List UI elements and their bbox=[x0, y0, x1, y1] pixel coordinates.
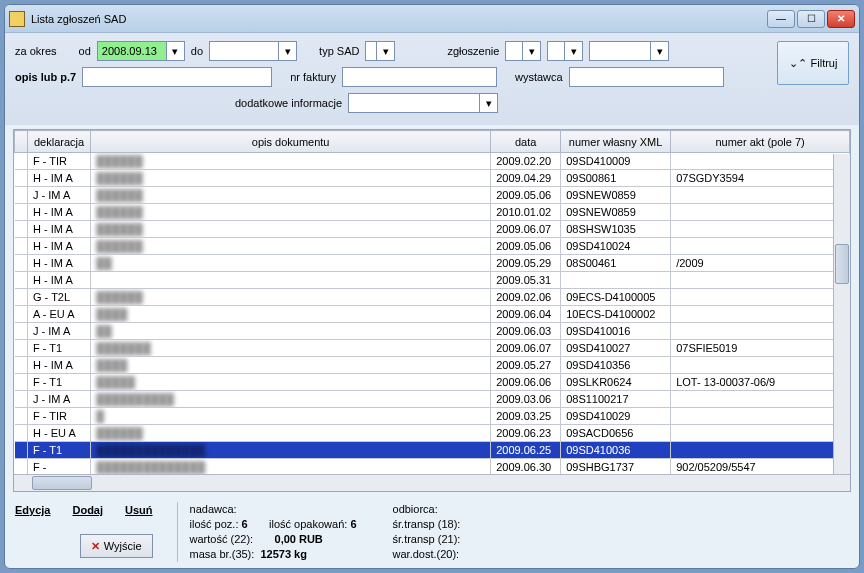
nadawca-label: nadawca: bbox=[190, 502, 237, 517]
cell-numer-akt bbox=[671, 238, 850, 255]
table-row[interactable]: H - IM A██████2009.06.0708SHSW1035 bbox=[15, 221, 850, 238]
filtruj-button[interactable]: ⌄⌃ Filtruj bbox=[777, 41, 849, 85]
col-deklaracja[interactable]: deklaracja bbox=[28, 131, 91, 153]
table-row[interactable]: J - IM A██2009.06.0309SD410016 bbox=[15, 323, 850, 340]
vertical-scrollbar[interactable] bbox=[833, 154, 850, 474]
table-row[interactable]: G - T2L██████2009.02.0609ECS-D4100005 bbox=[15, 289, 850, 306]
cell-numer-akt bbox=[671, 323, 850, 340]
do-dropdown-icon[interactable]: ▾ bbox=[278, 42, 296, 60]
table-row[interactable]: F - T1█████2009.06.0609SLKR0624LOT- 13-0… bbox=[15, 374, 850, 391]
cell-deklaracja: F - T1 bbox=[28, 340, 91, 357]
opis-label: opis lub p.7 bbox=[15, 71, 76, 83]
cell-numer-akt bbox=[671, 408, 850, 425]
table-row[interactable]: F -██████████████2009.06.3009SHBG1737902… bbox=[15, 459, 850, 475]
edycja-link[interactable]: Edycja bbox=[15, 504, 50, 516]
cell-deklaracja: F - bbox=[28, 459, 91, 475]
exit-x-icon: ✕ bbox=[91, 540, 100, 553]
cell-opis: ████ bbox=[91, 306, 491, 323]
cell-opis: ██████ bbox=[91, 153, 491, 170]
dodatkowe-dropdown-icon[interactable]: ▾ bbox=[479, 94, 497, 112]
table-row[interactable]: A - EU A████2009.06.0410ECS-D4100002 bbox=[15, 306, 850, 323]
table-row[interactable]: J - IM A██████████2009.03.0608S1100217 bbox=[15, 391, 850, 408]
hscroll-thumb[interactable] bbox=[32, 476, 92, 490]
zgl3-dropdown-icon[interactable]: ▾ bbox=[650, 42, 668, 60]
ilosc-opak-label: ilość opakowań: bbox=[269, 517, 347, 532]
horizontal-scrollbar[interactable] bbox=[14, 474, 850, 491]
cell-numer-akt: /2009 bbox=[671, 255, 850, 272]
table-row[interactable]: H - IM A██████2010.01.0209SNEW0859 bbox=[15, 204, 850, 221]
table-row[interactable]: H - EU A██████2009.06.2309SACD0656 bbox=[15, 425, 850, 442]
cell-numer-xml: 08S1100217 bbox=[561, 391, 671, 408]
cell-data: 2009.05.06 bbox=[491, 187, 561, 204]
masa-value: 12573 kg bbox=[260, 548, 306, 560]
col-data[interactable]: data bbox=[491, 131, 561, 153]
table-row[interactable]: F - T1██████████████2009.06.2509SD410036 bbox=[15, 442, 850, 459]
cell-deklaracja: F - TIR bbox=[28, 408, 91, 425]
cell-numer-xml bbox=[561, 272, 671, 289]
cell-data: 2009.06.03 bbox=[491, 323, 561, 340]
wyjscie-button[interactable]: ✕Wyjście bbox=[80, 534, 153, 558]
cell-opis: ██████████████ bbox=[91, 459, 491, 475]
cell-data: 2009.05.29 bbox=[491, 255, 561, 272]
zgloszenie-select-2[interactable] bbox=[548, 42, 564, 60]
zgloszenie-label: zgłoszenie bbox=[447, 45, 499, 57]
table-row[interactable]: H - IM A██████2009.04.2909S0086107SGDY35… bbox=[15, 170, 850, 187]
cell-numer-akt bbox=[671, 289, 850, 306]
table-row[interactable]: H - IM A████2009.05.2709SD410356 bbox=[15, 357, 850, 374]
usun-link[interactable]: Usuń bbox=[125, 504, 153, 516]
typ-sad-dropdown-icon[interactable]: ▾ bbox=[376, 42, 394, 60]
do-date-input[interactable] bbox=[210, 42, 278, 60]
table-row[interactable]: F - T1███████2009.06.0709SD41002707SFIE5… bbox=[15, 340, 850, 357]
table-row[interactable]: H - IM A██2009.05.2908S00461/2009 bbox=[15, 255, 850, 272]
dodaj-link[interactable]: Dodaj bbox=[72, 504, 103, 516]
ilosc-opak-value: 6 bbox=[350, 518, 356, 530]
col-numer-akt[interactable]: numer akt (pole 7) bbox=[671, 131, 850, 153]
zgl1-dropdown-icon[interactable]: ▾ bbox=[522, 42, 540, 60]
opis-input[interactable] bbox=[82, 67, 272, 87]
za-okres-label: za okres bbox=[15, 45, 57, 57]
table-row[interactable]: H - IM A██████2009.05.0609SD410024 bbox=[15, 238, 850, 255]
cell-numer-xml: 09SD410024 bbox=[561, 238, 671, 255]
col-numer-xml[interactable]: numer własny XML bbox=[561, 131, 671, 153]
maximize-button[interactable]: ☐ bbox=[797, 10, 825, 28]
cell-numer-akt bbox=[671, 221, 850, 238]
col-opis[interactable]: opis dokumentu bbox=[91, 131, 491, 153]
app-icon bbox=[9, 11, 25, 27]
od-label: od bbox=[79, 45, 91, 57]
wystawca-input[interactable] bbox=[569, 67, 724, 87]
table-row[interactable]: J - IM A██████2009.05.0609SNEW0859 bbox=[15, 187, 850, 204]
cell-opis: ███████ bbox=[91, 340, 491, 357]
cell-opis: ██ bbox=[91, 323, 491, 340]
cell-deklaracja: G - T2L bbox=[28, 289, 91, 306]
table-row[interactable]: F - TIR█2009.03.2509SD410029 bbox=[15, 408, 850, 425]
cell-deklaracja: J - IM A bbox=[28, 187, 91, 204]
zgloszenie-select-1[interactable] bbox=[506, 42, 522, 60]
zgloszenie-select-3[interactable] bbox=[590, 42, 650, 60]
dodatkowe-select[interactable] bbox=[349, 94, 479, 112]
cell-data: 2009.06.04 bbox=[491, 306, 561, 323]
cell-opis: ██████ bbox=[91, 221, 491, 238]
cell-numer-akt bbox=[671, 204, 850, 221]
nr-faktury-input[interactable] bbox=[342, 67, 497, 87]
data-grid[interactable]: deklaracja opis dokumentu data numer wła… bbox=[13, 129, 851, 492]
cell-numer-akt: LOT- 13-00037-06/9 bbox=[671, 374, 850, 391]
zgl2-dropdown-icon[interactable]: ▾ bbox=[564, 42, 582, 60]
cell-numer-xml: 09SLKR0624 bbox=[561, 374, 671, 391]
od-dropdown-icon[interactable]: ▾ bbox=[166, 42, 184, 60]
close-button[interactable]: ✕ bbox=[827, 10, 855, 28]
cell-numer-xml: 09SNEW0859 bbox=[561, 187, 671, 204]
table-row[interactable]: F - TIR██████2009.02.2009SD410009 bbox=[15, 153, 850, 170]
cell-opis: ██████ bbox=[91, 187, 491, 204]
cell-data: 2009.06.30 bbox=[491, 459, 561, 475]
table-row[interactable]: H - IM A2009.05.31 bbox=[15, 272, 850, 289]
cell-numer-xml: 09SD410016 bbox=[561, 323, 671, 340]
vscroll-thumb[interactable] bbox=[835, 244, 849, 284]
cell-numer-akt: 07SGDY3594 bbox=[671, 170, 850, 187]
do-label: do bbox=[191, 45, 203, 57]
odbiorca-label: odbiorca: bbox=[393, 502, 438, 517]
typ-sad-select[interactable] bbox=[366, 42, 376, 60]
cell-numer-akt: 902/05209/5547 bbox=[671, 459, 850, 475]
od-date-input[interactable] bbox=[98, 42, 166, 60]
minimize-button[interactable]: — bbox=[767, 10, 795, 28]
cell-numer-xml: 08SHSW1035 bbox=[561, 221, 671, 238]
